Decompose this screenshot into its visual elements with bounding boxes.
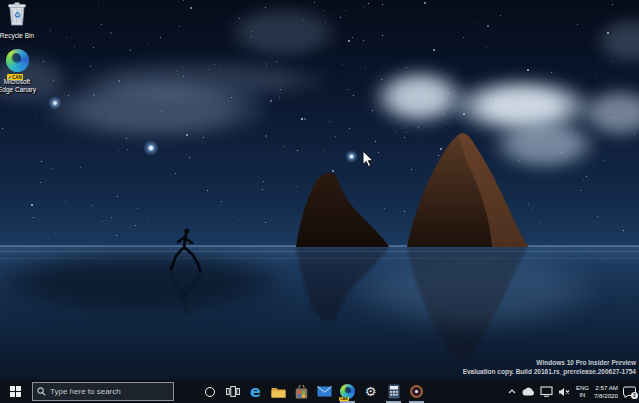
gear-icon: ⚙ (365, 385, 377, 399)
canary-badge: CAN (7, 74, 24, 80)
clock-date: 7/8/2020 (594, 392, 618, 400)
mail-icon (317, 386, 332, 397)
taskbar-settings-button[interactable]: ⚙ (359, 380, 382, 403)
tray-network-button[interactable] (540, 386, 553, 397)
taskbar: Type here to search e (0, 380, 639, 403)
cortana-icon (205, 387, 215, 397)
chevron-up-icon (508, 389, 516, 394)
left-sea-stack (296, 173, 389, 247)
cloud-icon (521, 387, 535, 396)
system-tray: ENG IN 2:57 AM 7/8/2020 2 (508, 384, 639, 399)
tray-volume-button[interactable] (558, 387, 571, 397)
desktop-icon-edge-canary[interactable]: CAN Microsoft Edge Canary (0, 49, 37, 93)
action-center-button[interactable]: 2 (623, 386, 636, 398)
language-line1: ENG (576, 385, 589, 392)
language-line2: IN (576, 392, 589, 399)
recorder-icon (410, 385, 423, 398)
runner-reflection (171, 271, 200, 313)
speaker-muted-icon (558, 387, 571, 397)
watermark-line2: Evaluation copy. Build 20161.rs_prerelea… (463, 368, 636, 377)
mouse-cursor (362, 150, 374, 168)
edge-canary-icon (6, 49, 29, 72)
microsoft-store-icon (295, 385, 308, 399)
taskbar-recorder-button[interactable] (405, 380, 428, 403)
edge-canary-icon: CAN (340, 384, 355, 399)
taskbar-task-view-button[interactable] (221, 380, 244, 403)
taskbar-cortana-button[interactable] (198, 380, 221, 403)
canary-badge-square-icon (8, 76, 11, 79)
tray-onedrive-button[interactable] (521, 387, 535, 396)
taskbar-calculator-button[interactable] (382, 380, 405, 403)
svg-text:♻: ♻ (13, 11, 20, 20)
tray-language-indicator[interactable]: ENG IN (576, 385, 589, 399)
watermark-line1: Windows 10 Pro Insider Preview (463, 359, 636, 368)
file-explorer-icon (271, 386, 286, 398)
taskbar-mail-button[interactable] (313, 380, 336, 403)
clock-time: 2:57 AM (594, 384, 618, 392)
insider-watermark: Windows 10 Pro Insider Preview Evaluatio… (463, 359, 636, 376)
desktop-wallpaper: ♻ Recycle Bin CAN Microsoft Edge Canary … (0, 0, 639, 380)
rocks-and-runner-scene (0, 0, 639, 380)
recycle-bin-icon: ♻ (4, 1, 30, 28)
ethernet-network-icon (540, 386, 553, 397)
edge-icon: e (250, 384, 261, 400)
taskbar-store-button[interactable] (290, 380, 313, 403)
calculator-icon (388, 384, 400, 399)
task-view-icon (226, 386, 240, 397)
taskbar-edge-button[interactable]: e (244, 380, 267, 403)
start-button[interactable] (0, 380, 30, 403)
tray-clock[interactable]: 2:57 AM 7/8/2020 (594, 384, 618, 399)
tray-show-hidden-icons-button[interactable] (508, 389, 516, 394)
rock-reflections (296, 247, 528, 361)
taskbar-app-row: e (198, 380, 428, 403)
taskbar-edge-canary-button[interactable]: CAN (336, 380, 359, 403)
notification-count-badge: 2 (631, 392, 638, 399)
recycle-bin-label: Recycle Bin (0, 32, 37, 40)
search-placeholder: Type here to search (50, 387, 121, 396)
desktop-icon-recycle-bin[interactable]: ♻ Recycle Bin (0, 1, 37, 40)
edge-canary-label-line2: Edge Canary (0, 86, 37, 94)
search-icon (37, 387, 46, 396)
taskbar-file-explorer-button[interactable] (267, 380, 290, 403)
windows-desktop-screen: ♻ Recycle Bin CAN Microsoft Edge Canary … (0, 0, 639, 403)
windows-logo-icon (10, 386, 21, 397)
taskbar-search-input[interactable]: Type here to search (32, 382, 174, 401)
canary-badge: CAN (339, 397, 349, 402)
runner-silhouette (171, 228, 200, 270)
